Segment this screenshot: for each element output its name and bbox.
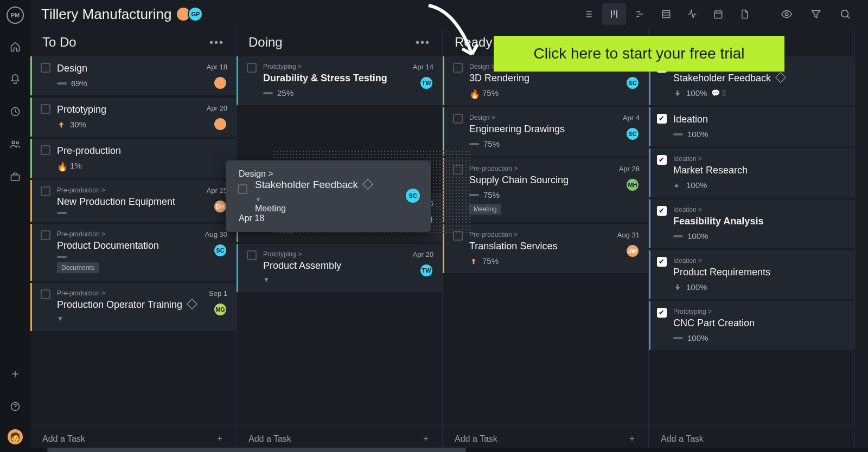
milestone-icon <box>775 72 786 83</box>
member-avatars[interactable]: GP <box>179 7 203 22</box>
svg-point-1 <box>12 141 15 144</box>
task-card[interactable]: Ideation >Market Research▲100% <box>649 148 854 197</box>
task-checkbox[interactable] <box>247 250 257 260</box>
people-icon[interactable] <box>5 134 25 154</box>
card-title: Stakeholder Feedback <box>255 179 418 191</box>
assignee-avatar[interactable]: JW <box>626 244 640 258</box>
card-breadcrumb: Pre-production > <box>57 289 227 297</box>
task-checkbox[interactable] <box>657 206 667 216</box>
eye-icon[interactable] <box>775 3 799 25</box>
task-checkbox[interactable] <box>238 184 247 194</box>
task-checkbox[interactable] <box>41 289 50 299</box>
card-progress: 1% <box>70 161 82 170</box>
task-checkbox[interactable] <box>41 104 50 114</box>
card-title: 3D Rendering <box>469 73 640 84</box>
task-checkbox[interactable] <box>657 257 667 267</box>
priority-down-icon <box>673 89 682 98</box>
card-title: Product Requirements <box>673 267 846 278</box>
column-more-icon[interactable]: ••• <box>209 36 224 49</box>
task-checkbox[interactable] <box>657 308 667 318</box>
column-todo: To Do••• Design69%Apr 18Prototyping30%Ap… <box>30 28 237 452</box>
task-card[interactable]: Prototyping >CNC Part Creation100% <box>649 301 854 350</box>
task-card[interactable]: Prototyping >Durability & Stress Testing… <box>237 56 442 105</box>
task-checkbox[interactable] <box>247 63 257 73</box>
task-checkbox[interactable] <box>41 230 50 240</box>
briefcase-icon[interactable] <box>5 167 25 186</box>
assignee-avatar[interactable]: TW <box>419 263 433 277</box>
task-checkbox[interactable] <box>657 155 667 165</box>
home-icon[interactable] <box>5 37 25 56</box>
task-card[interactable]: Prototyping >Product Assembly▼Apr 20TW <box>237 244 442 292</box>
task-card[interactable]: Pre-production🔥1% <box>30 139 236 178</box>
task-checkbox[interactable] <box>41 63 50 73</box>
task-checkbox[interactable] <box>453 114 463 124</box>
svg-rect-3 <box>11 175 20 180</box>
assignee-avatar[interactable]: SC <box>626 76 640 90</box>
app-logo[interactable]: PM <box>7 7 24 24</box>
svg-rect-5 <box>662 10 669 17</box>
column-title: To Do <box>42 35 76 50</box>
view-sheet-icon[interactable] <box>654 3 678 25</box>
task-card[interactable]: Ideation >Feasibility Analysis100% <box>649 199 854 248</box>
column-more-icon[interactable]: ••• <box>416 36 430 49</box>
view-file-icon[interactable] <box>732 3 756 25</box>
view-list-icon[interactable] <box>576 3 600 25</box>
promo-banner[interactable]: Click here to start your free trial <box>494 36 784 72</box>
column-title: Doing <box>248 35 283 50</box>
column-ready: Ready Design >3D Rendering🔥75%Apr 6SCDes… <box>443 28 649 452</box>
dragging-card[interactable]: Design > Stakeholder Feedback ▼ Meeting … <box>226 160 431 232</box>
assignee-avatar[interactable]: SC <box>406 189 420 203</box>
task-card[interactable]: Prototyping30%Apr 20 <box>30 98 236 137</box>
task-card[interactable]: Ideation >Product Requirements100% <box>649 250 854 299</box>
view-board-icon[interactable] <box>602 3 626 25</box>
topbar: Tillery Manufacturing GP <box>30 0 868 28</box>
bell-icon[interactable] <box>5 69 25 89</box>
assignee-avatar[interactable]: MG <box>213 302 227 317</box>
task-card[interactable]: Pre-production >Supply Chain Sourcing75%… <box>443 158 648 222</box>
clock-icon[interactable] <box>5 102 25 121</box>
task-checkbox[interactable] <box>453 63 463 73</box>
card-breadcrumb: Prototyping > <box>673 308 846 315</box>
task-card[interactable]: Ideation100% <box>649 107 854 146</box>
assignee-avatar[interactable]: SC <box>213 243 227 257</box>
column-title: Ready <box>455 35 492 50</box>
assignee-avatar[interactable] <box>213 117 227 131</box>
assignee-avatar[interactable]: SC <box>626 127 640 141</box>
priority-fire-icon: 🔥 <box>57 162 66 170</box>
task-checkbox[interactable] <box>41 186 50 196</box>
task-card[interactable]: Design >Engineering Drawings75%Apr 4SC <box>443 107 648 156</box>
card-breadcrumb: Prototyping > <box>263 250 433 258</box>
card-tag: Meeting <box>469 204 501 215</box>
filter-icon[interactable] <box>804 3 828 25</box>
assignee-avatar[interactable]: MH <box>626 178 640 192</box>
view-activity-icon[interactable] <box>680 3 704 25</box>
assignee-avatar[interactable]: TW <box>419 76 433 90</box>
card-progress: 75% <box>483 190 500 199</box>
search-icon[interactable] <box>833 3 857 25</box>
card-breadcrumb: Ideation > <box>673 206 846 214</box>
card-date: Apr 20 <box>207 104 227 112</box>
task-card[interactable]: Pre-production >Production Operator Trai… <box>30 283 236 331</box>
task-checkbox[interactable] <box>657 114 667 124</box>
task-checkbox[interactable] <box>41 145 50 155</box>
card-title: Engineering Drawings <box>469 124 640 135</box>
task-card[interactable]: Pre-production >New Production Equipment… <box>30 180 236 222</box>
priority-expand-icon: ▲ <box>673 181 682 190</box>
task-card[interactable]: Pre-production >Translation Services75%A… <box>443 224 648 273</box>
help-icon[interactable] <box>5 397 25 416</box>
task-card[interactable]: Design69%Apr 18 <box>30 56 236 95</box>
view-gantt-icon[interactable] <box>628 3 652 25</box>
card-progress: 69% <box>71 79 87 88</box>
user-avatar[interactable]: 🧑 <box>8 429 23 444</box>
add-icon[interactable] <box>5 364 25 384</box>
card-title: Ideation <box>673 114 846 125</box>
view-calendar-icon[interactable] <box>706 3 730 25</box>
card-title: New Production Equipment <box>57 196 227 208</box>
horizontal-scrollbar[interactable] <box>30 448 868 452</box>
card-date: Sep 1 <box>209 289 227 298</box>
card-tag: Documents <box>57 262 99 273</box>
card-date: Apr 4 <box>623 114 640 122</box>
assignee-avatar[interactable] <box>213 76 227 90</box>
priority-flat-icon <box>263 92 273 94</box>
task-card[interactable]: Pre-production >Product DocumentationDoc… <box>30 224 236 281</box>
